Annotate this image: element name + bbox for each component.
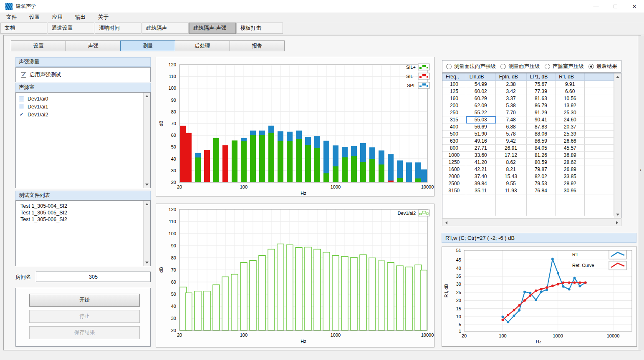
table-cell[interactable]: 60.29 [466,95,496,102]
table-cell[interactable]: 55.03 [466,116,496,123]
table-cell[interactable]: 26.89 [556,166,585,173]
table-row[interactable]: 125041.208.6280.5928.62 [442,159,614,166]
table-cell[interactable]: 88.06 [527,131,556,138]
enable-intensity-checkbox[interactable] [21,72,26,78]
table-cell[interactable]: 6.88 [496,123,527,131]
table-cell[interactable]: 81.26 [527,152,556,159]
table-cell[interactable] [585,187,614,194]
table-row[interactable]: 20062.095.3886.7913.92 [442,102,614,109]
table-cell[interactable]: 1250 [442,159,466,166]
table-cell[interactable]: 250 [442,109,466,116]
scroll-left-icon[interactable] [443,219,450,226]
table-cell[interactable]: 42.21 [466,166,496,173]
table-row[interactable]: 80027.7126.9184.0545.57 [442,145,614,152]
table-cell[interactable]: 90.41 [527,116,556,123]
table-cell[interactable]: 62.09 [466,102,496,109]
table-cell[interactable] [585,95,614,102]
table-row[interactable]: 40056.696.8887.8320.37 [442,123,614,131]
table-row[interactable]: 160042.218.2179.8726.89 [442,166,614,173]
table-cell[interactable]: 800 [442,145,466,152]
test-file-item[interactable]: Test 1_305-004_SI2 [16,203,143,209]
menu-item-about[interactable]: 关于 [92,13,115,22]
table-cell[interactable]: 500 [442,131,466,138]
table-cell[interactable]: 49.16 [466,138,496,145]
table-cell[interactable]: 5.78 [496,131,527,138]
scroll-down-icon[interactable] [614,211,621,218]
subtab-intensity[interactable]: 声强 [66,40,121,51]
scroll-down-icon[interactable] [144,259,150,266]
scroll-up-icon[interactable] [144,201,150,207]
room-name-input[interactable] [36,272,151,282]
table-cell[interactable]: 3.42 [496,88,527,95]
table-cell[interactable]: 80.59 [527,159,556,166]
table-cell[interactable]: 55.22 [466,109,496,116]
table-cell[interactable]: 86.59 [527,138,556,145]
table-cell[interactable]: 630 [442,138,466,145]
subtab-post-process[interactable]: 后处理 [175,40,230,51]
radio-final-result[interactable]: 最后结果 [588,63,617,70]
subtab-setup[interactable]: 设置 [11,40,66,51]
table-row[interactable]: 16060.293.3781.6310.56 [442,95,614,102]
stop-button[interactable]: 停止 [29,310,140,323]
enable-intensity-checkbox-row[interactable]: 启用声强测试 [21,71,150,78]
radio-circle[interactable] [588,64,594,69]
close-button[interactable]: ✕ [625,0,644,13]
table-cell[interactable]: 2500 [442,180,466,187]
table-row[interactable]: 315035.1111.9376.8430.96 [442,187,614,194]
table-cell[interactable]: 1000 [442,152,466,159]
table-row[interactable]: 25055.227.7091.2925.30 [442,109,614,116]
table-row[interactable]: 250039.849.5579.5328.92 [442,180,614,187]
table-cell[interactable]: 7.48 [496,116,527,123]
table-cell[interactable]: 75.67 [527,81,556,88]
table-cell[interactable]: 86.79 [527,102,556,109]
table-cell[interactable]: 79.53 [527,180,556,187]
table-vscrollbar[interactable] [614,73,621,218]
table-cell[interactable]: 200 [442,102,466,109]
menu-item-settings[interactable]: 设置 [23,13,46,22]
tab-reverb-time[interactable]: 混响时间 [95,23,141,34]
table-cell[interactable]: 27.71 [466,145,496,152]
collapse-strip[interactable]: ‹ [638,35,644,350]
table-cell[interactable]: 28.92 [556,180,585,187]
table-cell[interactable]: 17.12 [496,152,527,159]
radio-surface-normal-intensity-level[interactable]: 测量面法向声强级 [446,63,496,70]
table-cell[interactable] [585,180,614,187]
table-cell[interactable]: 41.20 [466,159,496,166]
table-cell[interactable] [585,81,614,88]
channel-checkbox[interactable] [19,112,24,117]
table-cell[interactable]: 82.02 [527,173,556,180]
scroll-down-icon[interactable] [144,181,150,188]
table-cell[interactable]: 125 [442,88,466,95]
test-file-item[interactable]: Test 1_305-005_SI2 [16,209,143,216]
table-cell[interactable]: 45.57 [556,145,585,152]
table-cell[interactable] [585,173,614,180]
table-cell[interactable]: 6.60 [556,88,585,95]
radio-circle[interactable] [446,64,452,69]
table-cell[interactable] [585,159,614,166]
table-cell[interactable]: 87.83 [527,123,556,131]
table-cell[interactable] [585,123,614,131]
table-cell[interactable]: 79.87 [527,166,556,173]
table-row[interactable]: 50051.905.7888.0625.39 [442,131,614,138]
table-cell[interactable]: 51.90 [466,131,496,138]
table-row[interactable]: 12560.023.4277.396.60 [442,88,614,95]
table-cell[interactable]: 15.43 [496,173,527,180]
table-row[interactable]: 10054.992.3875.679.91 [442,81,614,88]
save-results-button[interactable]: 保存结果 [29,326,140,339]
table-cell[interactable]: 91.29 [527,109,556,116]
menu-item-file[interactable]: 文件 [0,13,23,22]
subtab-measure[interactable]: 测量 [120,40,175,51]
table-cell[interactable]: 11.93 [496,187,527,194]
table-cell[interactable]: 5.38 [496,102,527,109]
table-cell[interactable] [585,152,614,159]
table-cell[interactable]: 9.91 [556,81,585,88]
table-cell[interactable]: 77.39 [527,88,556,95]
table-cell[interactable] [585,138,614,145]
subtab-report[interactable]: 报告 [230,40,285,51]
table-cell[interactable]: 3.37 [496,95,527,102]
table-cell[interactable]: 35.11 [466,187,496,194]
minimize-button[interactable]: — [586,0,606,13]
table-cell[interactable]: 60.02 [466,88,496,95]
table-cell[interactable]: 33.85 [556,173,585,180]
table-cell[interactable]: 28.62 [556,159,585,166]
